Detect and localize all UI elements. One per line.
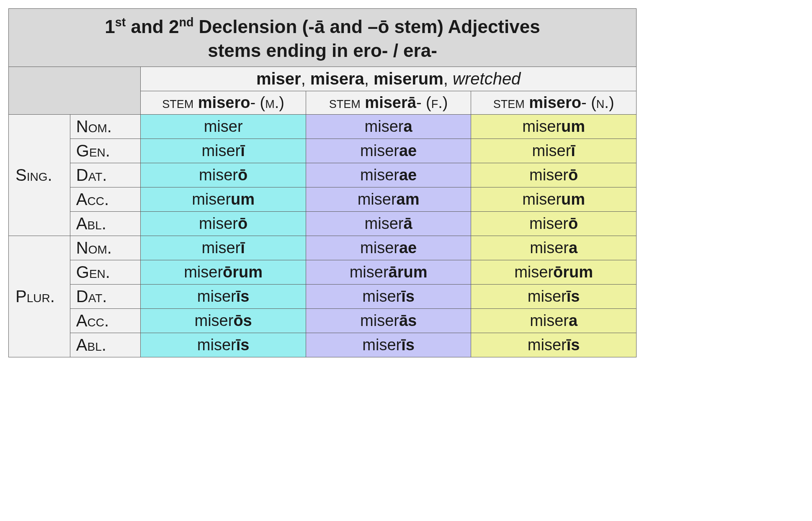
case-label-acc: Acc. (70, 309, 141, 333)
case-label-gen: Gen. (70, 139, 141, 163)
number-label-sing: Sing. (9, 115, 70, 236)
declension-table: 1st and 2nd Declension (-ā and –ō stem) … (8, 8, 637, 357)
cell-sing-dat-n: miserō (471, 163, 637, 187)
cell-sing-dat-m: miserō (141, 163, 306, 187)
cell-sing-gen-n: miserī (471, 139, 637, 163)
case-label-abl: Abl. (70, 333, 141, 357)
number-label-plur: Plur. (9, 236, 70, 357)
cell-plur-acc-f: miserās (306, 309, 471, 333)
case-label-acc: Acc. (70, 187, 141, 212)
cell-plur-gen-m: miserōrum (141, 260, 306, 285)
cell-plur-acc-m: miserōs (141, 309, 306, 333)
cell-sing-nom-n: miserum (471, 115, 637, 139)
case-label-gen: Gen. (70, 260, 141, 285)
cell-plur-nom-m: miserī (141, 236, 306, 260)
cell-plur-dat-m: miserīs (141, 285, 306, 309)
case-label-nom: Nom. (70, 115, 141, 139)
cell-sing-acc-n: miserum (471, 187, 637, 212)
cell-sing-abl-m: miserō (141, 212, 306, 236)
cell-plur-dat-f: miserīs (306, 285, 471, 309)
case-label-dat: Dat. (70, 163, 141, 187)
cell-plur-nom-n: misera (471, 236, 637, 260)
cell-plur-abl-f: miserīs (306, 333, 471, 357)
cell-plur-abl-m: miserīs (141, 333, 306, 357)
cell-plur-gen-f: miserārum (306, 260, 471, 285)
stem-header-f: stem miserā- (f.) (306, 91, 471, 115)
cell-plur-dat-n: miserīs (471, 285, 637, 309)
cell-sing-abl-n: miserō (471, 212, 637, 236)
cell-sing-abl-f: miserā (306, 212, 471, 236)
cell-sing-gen-f: miserae (306, 139, 471, 163)
case-label-nom: Nom. (70, 236, 141, 260)
cell-plur-nom-f: miserae (306, 236, 471, 260)
case-label-abl: Abl. (70, 212, 141, 236)
cell-sing-acc-m: miserum (141, 187, 306, 212)
stem-header-m: stem misero- (m.) (141, 91, 306, 115)
cell-plur-abl-n: miserīs (471, 333, 637, 357)
cell-sing-acc-f: miseram (306, 187, 471, 212)
cell-sing-dat-f: miserae (306, 163, 471, 187)
cell-sing-nom-f: misera (306, 115, 471, 139)
table-title: 1st and 2nd Declension (-ā and –ō stem) … (9, 9, 637, 67)
cell-plur-acc-n: misera (471, 309, 637, 333)
corner-cell (9, 67, 141, 115)
lemma-header: miser, misera, miserum, wretched (141, 67, 637, 91)
cell-plur-gen-n: miserōrum (471, 260, 637, 285)
case-label-dat: Dat. (70, 285, 141, 309)
cell-sing-nom-m: miser (141, 115, 306, 139)
cell-sing-gen-m: miserī (141, 139, 306, 163)
stem-header-n: stem misero- (n.) (471, 91, 637, 115)
